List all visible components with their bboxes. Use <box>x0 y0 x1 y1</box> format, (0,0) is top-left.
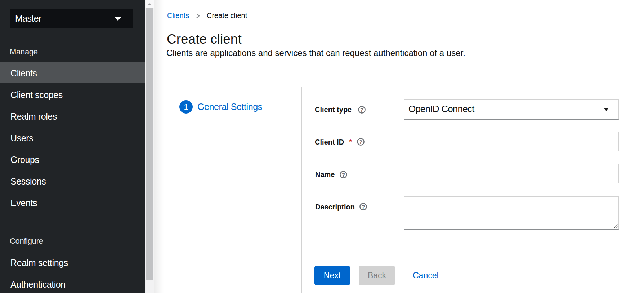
svg-text:?: ? <box>359 139 362 145</box>
svg-text:?: ? <box>342 172 345 178</box>
svg-text:?: ? <box>362 204 365 210</box>
svg-text:?: ? <box>360 107 363 113</box>
